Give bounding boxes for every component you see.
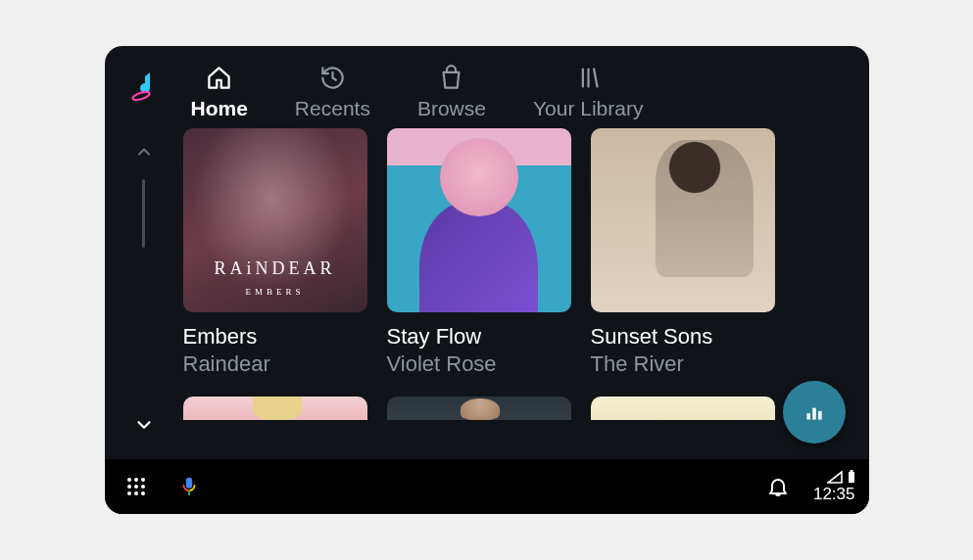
svg-point-8 — [134, 478, 138, 482]
app-launcher-button[interactable] — [119, 469, 154, 504]
svg-rect-17 — [849, 472, 854, 483]
tab-browse[interactable]: Browse — [417, 64, 486, 120]
album-card[interactable] — [591, 397, 775, 420]
tab-recents[interactable]: Recents — [295, 64, 370, 120]
album-grid-row2 — [183, 397, 850, 420]
album-card[interactable] — [183, 397, 367, 420]
album-art — [387, 397, 571, 420]
signal-icon — [827, 471, 843, 484]
main-content: RAiNDEAR EMBERS Embers Raindear Stay Flo… — [105, 128, 869, 459]
svg-point-0 — [131, 90, 150, 102]
browse-icon — [438, 64, 465, 91]
album-card[interactable]: Sunset Sons The River — [591, 128, 775, 377]
library-icon — [574, 64, 602, 91]
side-scroll-controls — [105, 128, 183, 459]
svg-rect-18 — [850, 470, 852, 472]
app-logo[interactable] — [126, 68, 164, 105]
scroll-indicator — [142, 179, 145, 248]
now-playing-fab[interactable] — [783, 381, 846, 443]
equalizer-icon — [802, 399, 827, 425]
album-title: Sunset Sons — [591, 324, 775, 350]
home-icon — [206, 64, 233, 91]
album-grid: RAiNDEAR EMBERS Embers Raindear Stay Flo… — [183, 128, 850, 377]
album-art — [591, 128, 775, 312]
album-art-text: RAiNDEAR — [183, 258, 367, 279]
album-card[interactable]: RAiNDEAR EMBERS Embers Raindear — [183, 128, 367, 377]
svg-point-10 — [127, 485, 131, 489]
svg-rect-6 — [818, 411, 821, 420]
album-art — [591, 397, 775, 420]
tab-label: Your Library — [533, 97, 643, 120]
music-app-window: Home Recents Browse Your Library — [105, 46, 869, 514]
album-art: RAiNDEAR EMBERS — [183, 128, 367, 312]
svg-rect-4 — [806, 413, 809, 420]
album-title: Embers — [183, 324, 367, 350]
album-artist: The River — [591, 351, 775, 377]
svg-point-12 — [141, 485, 145, 489]
tab-home[interactable]: Home — [191, 64, 248, 120]
clock: 12:35 — [813, 485, 855, 504]
tab-label: Browse — [417, 97, 486, 120]
tab-label: Recents — [295, 97, 370, 120]
notifications-button[interactable] — [760, 469, 796, 504]
album-artist: Raindear — [183, 351, 367, 377]
scroll-down-button[interactable] — [133, 414, 155, 436]
tab-library[interactable]: Your Library — [533, 64, 643, 120]
svg-point-11 — [134, 485, 138, 489]
album-title: Stay Flow — [387, 324, 571, 350]
tab-label: Home — [191, 97, 248, 120]
album-art-subtext: EMBERS — [183, 287, 367, 297]
voice-assistant-button[interactable] — [171, 469, 207, 504]
album-art — [387, 128, 571, 312]
album-artist: Violet Rose — [387, 351, 571, 377]
system-navbar: 12:35 — [105, 459, 869, 514]
recents-icon — [318, 64, 346, 91]
album-art — [183, 397, 367, 420]
svg-point-13 — [127, 491, 131, 495]
scroll-up-button[interactable] — [134, 142, 154, 162]
tab-bar: Home Recents Browse Your Library — [191, 64, 644, 120]
svg-line-3 — [594, 69, 597, 86]
top-bar: Home Recents Browse Your Library — [105, 46, 869, 128]
status-area: 12:35 — [813, 470, 855, 504]
svg-rect-5 — [812, 408, 815, 420]
svg-point-7 — [127, 478, 131, 482]
battery-icon — [848, 470, 855, 484]
svg-point-9 — [141, 478, 145, 482]
svg-point-14 — [134, 491, 138, 495]
svg-point-15 — [141, 491, 145, 495]
album-grid-container: RAiNDEAR EMBERS Embers Raindear Stay Flo… — [183, 128, 869, 459]
album-card[interactable]: Stay Flow Violet Rose — [387, 128, 571, 377]
album-card[interactable] — [387, 397, 571, 420]
